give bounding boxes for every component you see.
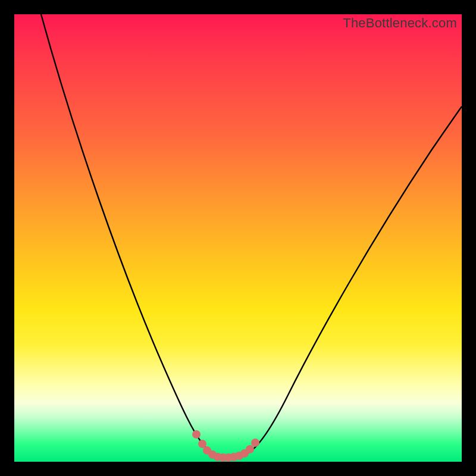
flat-region-dots (192, 430, 259, 462)
curve-path (41, 14, 462, 457)
chart-frame: TheBottleneck.com (0, 0, 476, 476)
svg-point-10 (246, 445, 254, 453)
bottleneck-curve (14, 14, 462, 462)
svg-point-0 (192, 430, 201, 439)
svg-point-11 (251, 439, 259, 447)
plot-area: TheBottleneck.com (14, 14, 462, 462)
